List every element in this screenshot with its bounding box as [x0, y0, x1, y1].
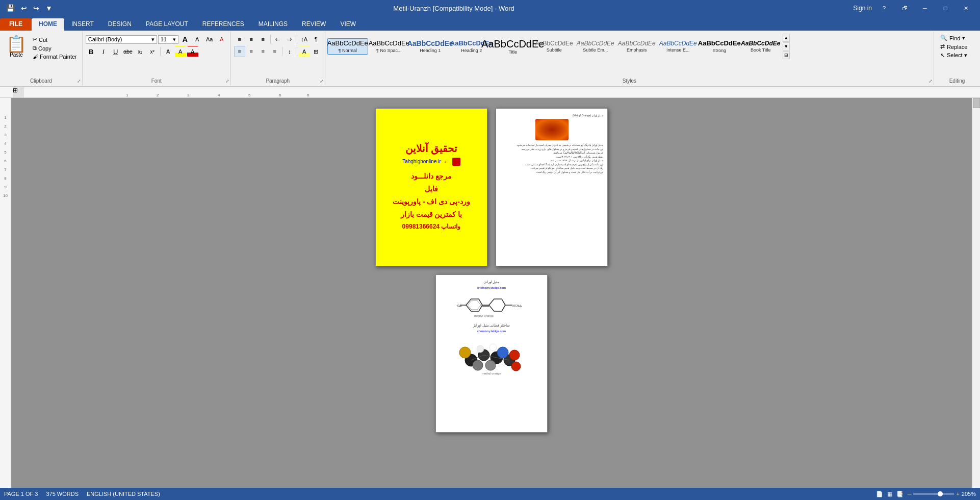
help-button[interactable]: ? — [874, 0, 894, 16]
style-title[interactable]: AaBbCcDdEe Title — [493, 37, 533, 56]
decrease-indent-button[interactable]: ⇐ — [272, 34, 283, 45]
zoom-slider[interactable] — [913, 493, 954, 495]
align-right-button[interactable]: ≡ — [257, 46, 269, 57]
svg-text:methyl orange: methyl orange — [482, 372, 502, 375]
tab-references[interactable]: REFERENCES — [195, 18, 251, 31]
style-subtle-em[interactable]: AaBbCcDdEe Subtle Em... — [575, 39, 616, 54]
para-sep1 — [270, 35, 271, 44]
save-quick-btn[interactable]: 💾 — [4, 3, 17, 13]
shading-button[interactable]: A — [299, 46, 310, 57]
strikethrough-button[interactable]: abc — [122, 46, 134, 57]
gallery-scroll-down-btn[interactable]: ▼ — [783, 42, 790, 51]
heading1-label: Heading 1 — [420, 48, 441, 53]
tab-home[interactable]: HOME — [32, 18, 64, 31]
font-name-selector[interactable]: Calibri (Body)▾ — [86, 35, 157, 44]
scrollbar-thumb[interactable] — [973, 98, 980, 108]
align-left-button[interactable]: ≡ — [234, 46, 245, 57]
emphasis-label: Emphasis — [627, 47, 647, 53]
font-expand-btn[interactable]: ⤢ — [225, 79, 229, 84]
replace-button[interactable]: ⇄ Replace — [938, 42, 976, 51]
view-mode-full[interactable]: ▦ — [887, 491, 892, 497]
increase-indent-button[interactable]: ⇒ — [284, 34, 295, 45]
numbering-button[interactable]: ≡ — [246, 34, 257, 45]
bullets-button[interactable]: ≡ — [234, 34, 245, 45]
align-center-button[interactable]: ≡ — [246, 46, 257, 57]
borders-button[interactable]: ⊞ — [311, 46, 322, 57]
tab-view[interactable]: VIEW — [333, 18, 363, 31]
italic-button[interactable]: I — [98, 46, 109, 57]
status-left: PAGE 1 OF 3 375 WORDS ENGLISH (UNITED ST… — [4, 491, 160, 497]
restore-btn[interactable]: 🗗 — [894, 0, 915, 16]
page-row-1: تحقیق آنلاین Tahghighonline.ir ← مرجع دا… — [375, 108, 608, 266]
zoom-thumb[interactable] — [938, 491, 943, 496]
show-marks-button[interactable]: ¶ — [311, 34, 322, 45]
tab-file[interactable]: FILE — [0, 18, 32, 31]
shrink-font-button[interactable]: A — [192, 34, 203, 45]
gallery-scroll-controls: ▲ ▼ ⊟ — [783, 34, 790, 59]
no-spacing-label: ¶ No Spac... — [376, 48, 401, 53]
find-button[interactable]: 🔍 Find ▾ — [938, 34, 976, 42]
gallery-scroll-up-btn[interactable]: ▲ — [783, 34, 790, 42]
paragraph-expand-btn[interactable]: ⤢ — [320, 79, 324, 84]
font-size-selector[interactable]: 11▾ — [158, 35, 178, 44]
page3-title1: متیل اورانژ — [484, 280, 500, 284]
vruler-4: 4 — [0, 141, 11, 146]
editing-group: 🔍 Find ▾ ⇄ Replace ↖ Select ▾ Editing — [934, 32, 980, 85]
tab-page-layout[interactable]: PAGE LAYOUT — [139, 18, 195, 31]
page-1[interactable]: تحقیق آنلاین Tahghighonline.ir ← مرجع دا… — [375, 108, 487, 266]
zoom-in-btn[interactable]: + — [956, 491, 959, 497]
multilevel-button[interactable]: ≡ — [257, 34, 269, 45]
bold-button[interactable]: B — [86, 46, 97, 57]
page-3[interactable]: متیل اورانژ chemistry.lablge.com — [435, 274, 548, 433]
underline-button[interactable]: U — [110, 46, 121, 57]
ruler-mark-4: 4 — [218, 93, 220, 97]
style-no-spacing[interactable]: AaBbCcDdEe ¶ No Spac... — [369, 38, 409, 54]
line-spacing-button[interactable]: ↕ — [284, 46, 295, 57]
tab-mailings[interactable]: MAILINGS — [251, 18, 295, 31]
minimize-button[interactable]: ─ — [915, 0, 935, 16]
grow-font-button[interactable]: A — [179, 34, 191, 45]
sign-in-link[interactable]: Sign in — [853, 5, 872, 12]
clipboard-expand-btn[interactable]: ⤢ — [77, 79, 81, 84]
redo-btn[interactable]: ↪ — [31, 3, 41, 13]
customize-quick-access-btn[interactable]: ▼ — [43, 3, 55, 13]
gallery-expand-btn[interactable]: ⊟ — [783, 51, 790, 59]
style-subtitle[interactable]: AaBbCcDdEe Subtitle — [534, 39, 575, 54]
undo-btn[interactable]: ↩ — [19, 3, 29, 13]
styles-expand-btn[interactable]: ⤢ — [929, 79, 933, 84]
justify-button[interactable]: ≡ — [269, 46, 280, 57]
sort-button[interactable]: ↕A — [299, 34, 310, 45]
doc-scroll-area[interactable]: تحقیق آنلاین Tahghighonline.ir ← مرجع دا… — [11, 98, 972, 488]
format-painter-button[interactable]: 🖌 Format Painter — [31, 53, 79, 60]
right-scrollbar[interactable] — [972, 98, 980, 488]
change-case-button[interactable]: Aa — [204, 34, 215, 45]
copy-button[interactable]: ⧉ Copy — [31, 44, 79, 52]
font-color-button[interactable]: A — [187, 46, 198, 57]
page-2[interactable]: متیل اورانژ (Methyl Orange) متیل اورانژ … — [496, 108, 608, 266]
tab-insert[interactable]: INSERT — [64, 18, 101, 31]
highlight-color-button[interactable]: A — [175, 46, 186, 57]
style-intense-em[interactable]: AaBbCcDdEe Intense E... — [658, 39, 699, 54]
svg-point-15 — [485, 360, 496, 370]
text-effects-button[interactable]: A — [163, 46, 174, 57]
tab-review[interactable]: REVIEW — [295, 18, 333, 31]
subscript-button[interactable]: x₂ — [135, 46, 146, 57]
view-mode-web[interactable]: 📑 — [896, 491, 904, 497]
pages-container: تحقیق آنلاین Tahghighonline.ir ← مرجع دا… — [375, 108, 608, 478]
style-book-title[interactable]: AaBbCcDdEe Book Title — [740, 39, 781, 54]
maximize-button[interactable]: □ — [935, 0, 956, 16]
clear-formatting-button[interactable]: A — [216, 34, 227, 45]
zoom-out-btn[interactable]: ─ — [908, 491, 912, 497]
paste-button[interactable]: 📋 Paste — [3, 34, 30, 60]
style-emphasis[interactable]: AaBbCcDdEe Emphasis — [616, 39, 657, 54]
cut-button[interactable]: ✂ Cut — [31, 36, 79, 43]
style-strong[interactable]: AaBbCcDdEe Strong — [699, 38, 740, 54]
superscript-button[interactable]: x² — [147, 46, 158, 57]
select-button[interactable]: ↖ Select ▾ — [938, 51, 976, 60]
close-button[interactable]: ✕ — [956, 0, 976, 16]
para-row1: ≡ ≡ ≡ ⇐ ⇒ ↕A ¶ — [234, 34, 322, 45]
style-heading1[interactable]: AaBbCcDdEe Heading 1 — [410, 38, 451, 55]
style-normal[interactable]: AaBbCcDdEe ¶ Normal — [327, 38, 368, 54]
view-mode-print[interactable]: 📄 — [876, 491, 883, 497]
tab-design[interactable]: DESIGN — [101, 18, 139, 31]
